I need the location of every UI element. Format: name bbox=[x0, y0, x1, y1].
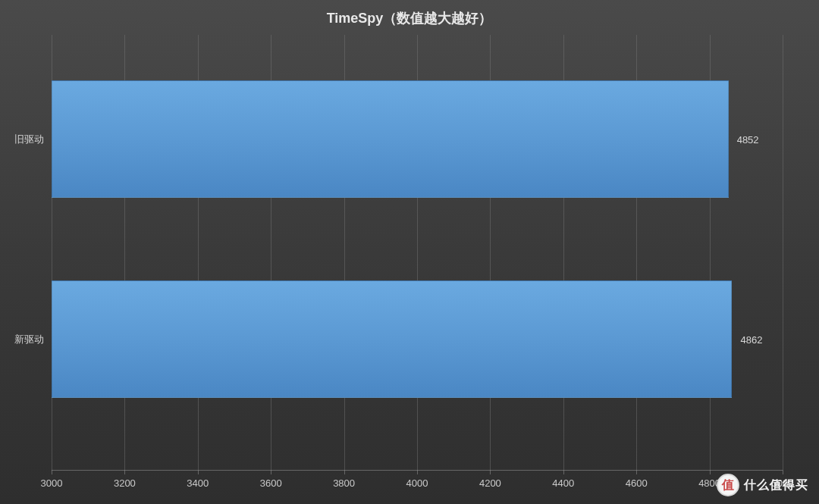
x-tick bbox=[490, 470, 491, 474]
bar: 4852 bbox=[52, 80, 729, 198]
bar-value-label: 4862 bbox=[740, 333, 762, 345]
x-tick-label: 4400 bbox=[552, 477, 574, 489]
x-tick-label: 4000 bbox=[406, 477, 428, 489]
x-tick-label: 3000 bbox=[41, 477, 63, 489]
gridline bbox=[783, 35, 783, 470]
x-axis: 3000320034003600380040004200440046004800… bbox=[52, 470, 783, 504]
y-category-label: 新驱动 bbox=[14, 333, 44, 346]
y-category-label: 旧驱动 bbox=[14, 133, 44, 146]
x-tick-label: 3600 bbox=[260, 477, 282, 489]
x-tick bbox=[710, 470, 711, 474]
x-tick bbox=[124, 470, 125, 474]
x-tick-label: 4600 bbox=[626, 477, 648, 489]
x-tick bbox=[563, 470, 564, 474]
x-tick bbox=[636, 470, 637, 474]
x-tick-label: 3200 bbox=[114, 477, 136, 489]
bar: 4862 bbox=[52, 280, 732, 398]
x-tick bbox=[271, 470, 271, 474]
bar-value-label: 4852 bbox=[737, 133, 759, 145]
x-tick-label: 3400 bbox=[187, 477, 209, 489]
watermark-badge-icon: 值 bbox=[717, 474, 739, 496]
x-tick-label: 4200 bbox=[479, 477, 501, 489]
x-tick bbox=[198, 470, 199, 474]
watermark: 值 什么值得买 bbox=[717, 474, 808, 496]
watermark-text: 什么值得买 bbox=[744, 477, 808, 493]
x-tick bbox=[52, 470, 52, 474]
x-tick bbox=[417, 470, 418, 474]
x-tick-label: 3800 bbox=[333, 477, 355, 489]
chart-title: TimeSpy（数值越大越好） bbox=[0, 0, 819, 33]
x-tick bbox=[344, 470, 345, 474]
plot-area: 48524862 旧驱动新驱动 bbox=[52, 35, 783, 470]
